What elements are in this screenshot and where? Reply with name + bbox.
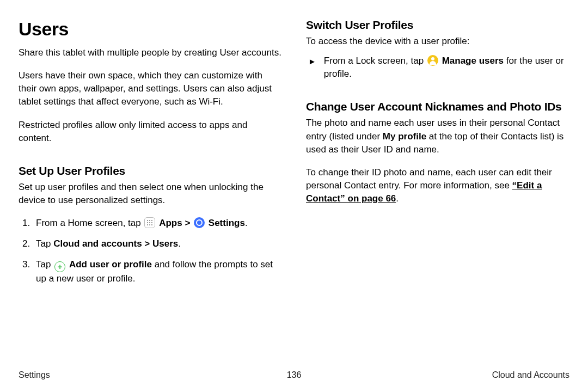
text-fragment: . (396, 193, 399, 204)
section-heading-switch: Switch User Profiles (306, 19, 569, 32)
body-paragraph: To access the device with a user profile… (306, 35, 569, 48)
footer-right: Cloud and Accounts (492, 370, 569, 380)
step-item: Tap Cloud and accounts > Users. (33, 237, 282, 250)
step-item: From a Home screen, tap Apps > Settings. (33, 217, 282, 230)
body-paragraph: To change their ID photo and name, each … (306, 166, 569, 205)
add-icon (54, 261, 65, 272)
period: . (178, 238, 181, 249)
settings-label: Settings (209, 218, 245, 228)
arrow-text: From a Lock screen, tap Manage users for… (324, 54, 569, 81)
body-paragraph: Users have their own space, which they c… (19, 69, 282, 108)
apps-icon (144, 217, 155, 228)
period: . (245, 218, 248, 228)
intro-paragraph: Share this tablet with multiple people b… (19, 46, 282, 59)
two-column-layout: Users Share this tablet with multiple pe… (19, 19, 569, 355)
step-text: Tap (36, 238, 53, 249)
right-column: Switch User Profiles To access the devic… (306, 19, 569, 355)
footer-left: Settings (19, 370, 50, 380)
my-profile-label: My profile (383, 131, 426, 142)
apps-label: Apps (159, 218, 182, 228)
separator: > (182, 218, 193, 228)
page-title: Users (19, 19, 282, 40)
settings-icon (194, 217, 205, 228)
arrow-icon: ► (308, 56, 316, 67)
add-user-label: Add user or profile (69, 259, 152, 270)
body-paragraph: Set up user profiles and then select one… (19, 181, 282, 207)
text-fragment: From a Lock screen, tap (324, 56, 426, 66)
body-paragraph: Restricted profiles allow only limited a… (19, 119, 282, 145)
manage-users-icon (427, 55, 438, 66)
section-heading-setup: Set Up User Profiles (19, 164, 282, 177)
page-footer: Settings 136 Cloud and Accounts (19, 370, 569, 380)
nav-path: Cloud and accounts > Users (53, 238, 178, 249)
section-heading-nicknames: Change User Account Nicknames and Photo … (306, 100, 569, 113)
step-text: From a Home screen, tap (36, 218, 143, 228)
step-text: Tap (36, 259, 53, 270)
arrow-instruction: ► From a Lock screen, tap Manage users f… (306, 54, 569, 81)
step-item: Tap Add user or profile and follow the p… (33, 258, 282, 285)
body-paragraph: The photo and name each user uses in the… (306, 117, 569, 156)
steps-list: From a Home screen, tap Apps > Settings.… (19, 217, 282, 293)
page-number: 136 (287, 370, 302, 380)
manage-users-label: Manage users (442, 56, 504, 66)
left-column: Users Share this tablet with multiple pe… (19, 19, 282, 355)
